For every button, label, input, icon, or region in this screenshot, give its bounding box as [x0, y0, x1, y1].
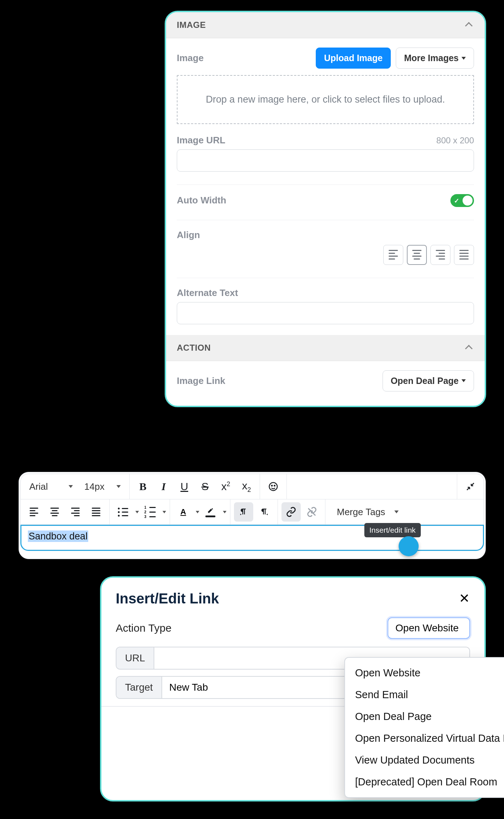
- unlink-icon: [306, 507, 317, 517]
- highlight-icon: [205, 507, 215, 517]
- upload-image-button[interactable]: Upload Image: [316, 48, 391, 69]
- caret-down-icon: [394, 510, 399, 513]
- section-title: IMAGE: [177, 20, 206, 30]
- subscript-icon: x2: [242, 480, 251, 494]
- remove-link-button[interactable]: [302, 502, 321, 522]
- image-settings-panel: IMAGE Image Upload Image More Images Dro…: [165, 11, 486, 407]
- superscript-button[interactable]: x2: [216, 477, 235, 496]
- bold-icon: B: [139, 480, 146, 493]
- menu-item-label: Send Email: [355, 689, 408, 700]
- strikethrough-button[interactable]: S: [195, 477, 215, 496]
- svg-point-1: [271, 485, 273, 486]
- image-link-label: Image Link: [177, 375, 225, 386]
- caret-down-icon[interactable]: [135, 511, 139, 513]
- menu-item-label: [Deprecated] Open Deal Room: [355, 776, 497, 788]
- action-type-value: Open Website: [395, 622, 459, 634]
- editor-content-area[interactable]: Sandbox deal Insert/edit link: [20, 525, 484, 551]
- action-type-dropdown[interactable]: Open Website: [388, 617, 470, 639]
- menu-item[interactable]: [Deprecated] Open Deal Room: [345, 771, 504, 793]
- divider: [177, 220, 474, 220]
- align-right-icon: [71, 508, 80, 516]
- more-images-label: More Images: [404, 53, 459, 63]
- highlight-color-button[interactable]: [201, 502, 220, 522]
- font-size-value: 14px: [84, 481, 104, 492]
- section-header-action[interactable]: ACTION: [166, 335, 485, 361]
- text-color-icon: A: [180, 507, 186, 517]
- numbered-list-button[interactable]: 123: [140, 502, 160, 522]
- dropzone-text: Drop a new image here, or click to selec…: [206, 94, 445, 105]
- paragraph-ltr-icon: [239, 507, 249, 517]
- caret-down-icon[interactable]: [196, 511, 199, 513]
- image-url-label: Image URL: [177, 135, 225, 146]
- menu-item[interactable]: Send Email: [345, 684, 504, 706]
- caret-down-icon: [69, 485, 73, 488]
- image-dimensions: 800 x 200: [436, 135, 474, 145]
- bullet-list-button[interactable]: [113, 502, 133, 522]
- menu-item[interactable]: Open Deal Page: [345, 706, 504, 727]
- alt-text-input[interactable]: [177, 302, 474, 324]
- dialog-close-button[interactable]: [459, 592, 470, 606]
- caret-down-icon: [116, 485, 121, 488]
- link-icon: [286, 507, 296, 517]
- caret-down-icon[interactable]: [223, 511, 226, 513]
- divider: [177, 184, 474, 185]
- text-align-center-button[interactable]: [45, 502, 64, 522]
- image-link-value: Open Deal Page: [391, 376, 459, 386]
- menu-item[interactable]: Open Personalized Virtual Data Room: [345, 727, 504, 749]
- dialog-title: Insert/Edit Link: [116, 591, 219, 607]
- collapse-icon: [466, 482, 475, 491]
- merge-tags-dropdown[interactable]: Merge Tags: [329, 503, 404, 521]
- caret-down-icon: [461, 379, 466, 382]
- align-left-button[interactable]: [383, 245, 403, 265]
- action-section-body: Image Link Open Deal Page: [166, 361, 485, 406]
- target-label: Target: [116, 677, 162, 698]
- strikethrough-icon: S: [201, 480, 209, 493]
- align-left-icon: [389, 250, 398, 260]
- image-url-input[interactable]: [177, 149, 474, 172]
- subscript-button[interactable]: x2: [237, 477, 256, 496]
- text-align-justify-button[interactable]: [86, 502, 106, 522]
- align-justify-button[interactable]: [454, 245, 474, 265]
- emoji-icon: [268, 481, 279, 492]
- text-align-left-button[interactable]: [24, 502, 44, 522]
- font-size-select[interactable]: 14px: [79, 478, 126, 496]
- menu-item[interactable]: View Updated Documents: [345, 749, 504, 771]
- ltr-button[interactable]: [234, 502, 253, 522]
- action-type-menu: Open Website Send Email Open Deal Page O…: [344, 657, 504, 798]
- align-left-icon: [30, 508, 38, 516]
- align-right-button[interactable]: [430, 245, 450, 265]
- insert-edit-link-dialog: Insert/Edit Link Action Type Open Websit…: [100, 576, 486, 801]
- url-label: URL: [116, 647, 154, 669]
- menu-item-label: Open Website: [355, 667, 420, 679]
- image-dropzone[interactable]: Drop a new image here, or click to selec…: [177, 75, 474, 124]
- font-family-select[interactable]: Arial: [24, 478, 78, 496]
- bold-button[interactable]: B: [133, 477, 153, 496]
- target-value: New Tab: [169, 682, 208, 693]
- selected-text: Sandbox deal: [28, 531, 88, 542]
- text-align-right-button[interactable]: [66, 502, 85, 522]
- numbered-list-icon: 123: [144, 506, 156, 518]
- svg-point-0: [269, 483, 278, 491]
- image-link-dropdown[interactable]: Open Deal Page: [383, 370, 474, 391]
- more-images-button[interactable]: More Images: [396, 48, 474, 69]
- action-type-label: Action Type: [116, 622, 171, 634]
- align-center-button[interactable]: [407, 245, 427, 265]
- caret-down-icon[interactable]: [163, 511, 166, 513]
- chevron-up-icon: [466, 21, 474, 29]
- emoji-button[interactable]: [264, 477, 283, 496]
- section-header-image[interactable]: IMAGE: [166, 12, 485, 38]
- drag-handle[interactable]: [399, 536, 419, 556]
- collapse-toolbar-button[interactable]: [461, 477, 480, 496]
- italic-button[interactable]: I: [154, 477, 173, 496]
- insert-link-button[interactable]: [281, 502, 301, 522]
- auto-width-toggle[interactable]: ✓: [450, 194, 474, 207]
- text-color-button[interactable]: A: [174, 502, 193, 522]
- divider: [177, 278, 474, 278]
- underline-button[interactable]: U: [175, 477, 194, 496]
- image-section-body: Image Upload Image More Images Drop a ne…: [166, 38, 485, 335]
- align-right-icon: [436, 250, 445, 260]
- menu-item-label: Open Personalized Virtual Data Room: [355, 732, 504, 744]
- rtl-button[interactable]: [255, 502, 274, 522]
- menu-item[interactable]: Open Website: [345, 662, 504, 684]
- paragraph-rtl-icon: [259, 507, 269, 517]
